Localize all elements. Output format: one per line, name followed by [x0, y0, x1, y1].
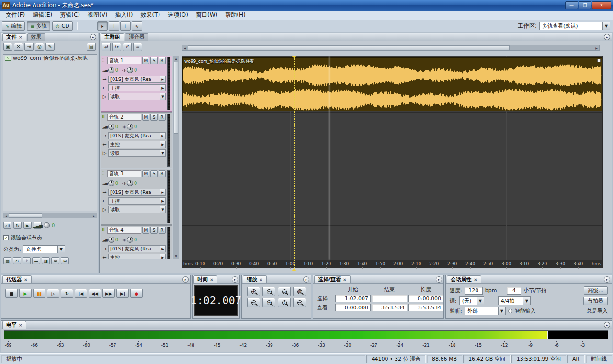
move-copy-clip-tool-icon[interactable]: +	[120, 21, 131, 31]
zoom-to-selection-button[interactable]: ⊡	[293, 287, 306, 296]
automation-expand-icon[interactable]: ▷	[102, 150, 107, 156]
time-selection-tool-icon[interactable]: I	[109, 21, 119, 31]
scrollbar-thumb[interactable]	[174, 62, 178, 134]
import-file-icon[interactable]: ▣	[3, 43, 12, 51]
cd-view-button[interactable]: ◎ CD	[52, 21, 73, 31]
play-to-end-button[interactable]: ▷	[47, 289, 59, 298]
timeline-horizontal-scrollbar[interactable]: ◀ ▶	[182, 45, 600, 51]
track-record-button[interactable]: R	[159, 227, 166, 234]
track-name-input[interactable]: 音轨 3	[107, 170, 141, 177]
menu-item[interactable]: 文件(F)	[2, 10, 29, 20]
show-loop-files-icon[interactable]: ↻	[13, 257, 21, 264]
close-tab-icon[interactable]: ×	[19, 323, 23, 328]
zoom-out-horizontal-button[interactable]: −	[262, 287, 275, 296]
scrollbar-thumb[interactable]	[9, 213, 42, 218]
tab-mixer[interactable]: 混音器	[125, 33, 148, 41]
zoom-in-horizontal-button[interactable]: +	[247, 287, 260, 296]
close-file-icon[interactable]: ✕	[14, 43, 23, 51]
full-paths-icon[interactable]: ⊕	[51, 257, 59, 264]
tab-session-properties[interactable]: 会话属性×	[447, 275, 481, 283]
tab-selection-view[interactable]: 选择/查看×	[314, 275, 351, 283]
track-volume-knob[interactable]	[108, 180, 114, 186]
record-button[interactable]: ●	[130, 289, 143, 298]
zoom-in-vertical-button[interactable]: ↕	[278, 298, 291, 307]
insert-into-multitrack-icon[interactable]: ⇥	[24, 43, 34, 51]
panel-menu-icon[interactable]: ▸	[90, 34, 96, 40]
track-mute-button[interactable]: M	[142, 114, 149, 121]
view-start-field[interactable]: 0:00.000	[335, 304, 371, 311]
scroll-left-icon[interactable]: ◀	[182, 46, 188, 50]
close-tab-icon[interactable]: ×	[343, 277, 347, 282]
view-length-field[interactable]: 3:53.534	[408, 304, 443, 311]
tab-files[interactable]: 文件 ×	[2, 33, 26, 41]
show-options-icon[interactable]: ▤	[87, 43, 96, 51]
track-input-select[interactable]: [01S] 麦克风 (Rea▶	[108, 189, 166, 196]
track-volume-knob[interactable]	[108, 237, 114, 243]
panel-menu-icon[interactable]: ▸	[182, 276, 189, 283]
menu-item[interactable]: 编辑(E)	[29, 10, 56, 20]
track-grip-icon[interactable]: ⠿	[102, 115, 106, 119]
view-end-field[interactable]: 3:53.534	[372, 304, 407, 311]
sort-by-select[interactable]: 文件名 ▼	[23, 245, 65, 253]
track-automation-select[interactable]: 读取▼	[108, 149, 166, 157]
playhead-marker-bottom-icon[interactable]	[292, 266, 296, 271]
pause-button[interactable]: ▮▮	[33, 289, 45, 298]
metronome-button[interactable]: 节拍器	[583, 297, 608, 305]
track-volume-knob[interactable]	[108, 67, 114, 73]
loop-play-button[interactable]: ↻	[61, 289, 73, 298]
track-record-button[interactable]: R	[159, 170, 166, 177]
preview-output-icon[interactable]: ◁)	[3, 222, 11, 229]
scroll-right-icon[interactable]: ▶	[91, 213, 97, 218]
panel-menu-icon[interactable]: ▸	[604, 276, 610, 283]
track-vertical-scrollbar[interactable]: ▲ ▼	[173, 56, 179, 259]
track-grip-icon[interactable]: ⠿	[102, 172, 106, 176]
close-tab-icon[interactable]: ×	[210, 277, 214, 282]
edit-view-button[interactable]: ∿ 编辑	[2, 21, 25, 31]
zoom-in-right-edge-button[interactable]: ⇥	[262, 298, 275, 307]
track-mute-button[interactable]: M	[142, 57, 149, 64]
edit-file-icon[interactable]: ✎	[45, 43, 55, 51]
stop-button[interactable]: ■	[5, 289, 18, 298]
tab-effects[interactable]: 效果	[27, 33, 45, 41]
panel-menu-icon[interactable]: ▸	[436, 276, 442, 283]
smart-input-radio[interactable]	[508, 309, 512, 313]
track-solo-button[interactable]: S	[150, 114, 158, 121]
beats-per-bar-field[interactable]: 4	[507, 287, 521, 295]
scroll-left-icon[interactable]: ◀	[3, 213, 9, 218]
workspace-select[interactable]: 多轨查看(默认) ▼	[539, 22, 610, 30]
track-pan-knob[interactable]	[127, 124, 133, 130]
close-tab-icon[interactable]: ×	[259, 277, 263, 282]
close-tab-icon[interactable]: ×	[24, 277, 28, 282]
track-grip-icon[interactable]: ⠿	[102, 228, 106, 232]
tab-transport[interactable]: 传送器×	[2, 275, 32, 283]
menu-item[interactable]: 视图(V)	[84, 10, 112, 20]
hybrid-tool-icon[interactable]: ▸	[97, 21, 108, 31]
menu-item[interactable]: 效果(T)	[136, 10, 164, 20]
track-mute-button[interactable]: M	[142, 170, 149, 177]
track-grip-icon[interactable]: ⠿	[102, 59, 106, 63]
selection-start-field[interactable]: 1:02.007	[335, 295, 371, 302]
go-to-end-button[interactable]: ▶|	[116, 289, 129, 298]
scrub-tool-icon[interactable]: ∿	[132, 21, 142, 31]
track-input-select[interactable]: [01S] 麦克风 (Rea▶	[108, 245, 166, 252]
track-automation-select[interactable]: 读取▼	[108, 93, 166, 100]
track-name-input[interactable]: 音轨 2	[107, 114, 141, 121]
audio-clip[interactable]: wo99_com_恰似你的温柔-乐队伴奏	[182, 57, 602, 111]
zoom-out-vertical-button[interactable]: ↔	[293, 298, 306, 307]
scroll-right-icon[interactable]: ▶	[594, 46, 599, 50]
menu-item[interactable]: 剪辑(C)	[56, 10, 84, 20]
close-button[interactable]: ✕	[592, 1, 611, 9]
track-4-lane[interactable]	[182, 226, 602, 260]
track-output-select[interactable]: 主控▶	[108, 84, 166, 91]
timeline-ruler[interactable]: hms hms 0:100:200:300:400:501:001:101:20…	[182, 260, 602, 268]
metering-icon[interactable]: ≡	[133, 43, 142, 51]
preview-volume-icon[interactable]: ▁▃▅	[34, 222, 42, 229]
panel-menu-icon[interactable]: ▸	[604, 34, 610, 40]
track-volume-knob[interactable]	[108, 124, 114, 130]
tab-main-group[interactable]: 主群组	[101, 33, 124, 41]
track-output-select[interactable]: 主控▶	[108, 197, 166, 205]
track-pan-knob[interactable]	[127, 67, 133, 73]
maximize-button[interactable]: ❐	[579, 1, 591, 9]
zoom-in-left-edge-button[interactable]: ⇤	[247, 298, 260, 307]
track-name-input[interactable]: 音轨 4	[107, 227, 141, 234]
